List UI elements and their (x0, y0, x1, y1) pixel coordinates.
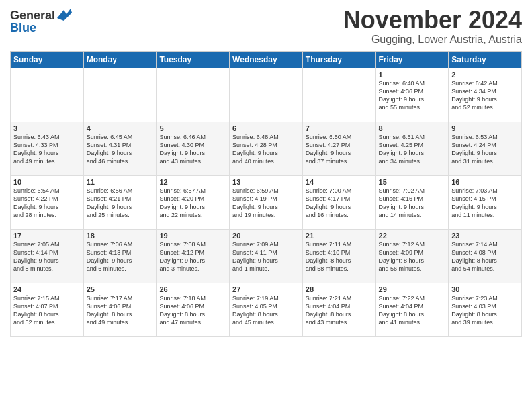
day-info: Sunrise: 7:03 AM Sunset: 4:15 PM Dayligh… (451, 187, 519, 220)
day-info: Sunrise: 6:43 AM Sunset: 4:33 PM Dayligh… (13, 133, 81, 166)
day-info: Sunrise: 7:12 AM Sunset: 4:09 PM Dayligh… (379, 240, 446, 273)
day-info: Sunrise: 7:23 AM Sunset: 4:03 PM Dayligh… (451, 294, 519, 327)
day-number: 5 (159, 124, 226, 132)
calendar-cell: 3Sunrise: 6:43 AM Sunset: 4:33 PM Daylig… (11, 122, 84, 175)
day-info: Sunrise: 7:08 AM Sunset: 4:12 PM Dayligh… (159, 240, 226, 273)
calendar-cell: 19Sunrise: 7:08 AM Sunset: 4:12 PM Dayli… (157, 229, 230, 283)
day-number: 29 (379, 285, 446, 293)
calendar-cell: 23Sunrise: 7:14 AM Sunset: 4:08 PM Dayli… (449, 229, 522, 283)
day-number: 19 (159, 232, 226, 240)
day-info: Sunrise: 7:18 AM Sunset: 4:06 PM Dayligh… (159, 294, 226, 327)
calendar-header-row: Sunday Monday Tuesday Wednesday Thursday… (11, 51, 522, 68)
day-number: 10 (13, 178, 81, 186)
logo: General Blue (10, 9, 72, 34)
day-info: Sunrise: 7:02 AM Sunset: 4:16 PM Dayligh… (379, 187, 446, 220)
calendar-cell: 21Sunrise: 7:11 AM Sunset: 4:10 PM Dayli… (302, 229, 375, 283)
location-title: Gugging, Lower Austria, Austria (343, 34, 522, 46)
day-number: 25 (87, 285, 154, 293)
day-number: 21 (306, 232, 373, 240)
calendar-cell: 4Sunrise: 6:45 AM Sunset: 4:31 PM Daylig… (83, 122, 157, 175)
calendar-cell: 9Sunrise: 6:53 AM Sunset: 4:24 PM Daylig… (449, 122, 522, 175)
day-info: Sunrise: 7:14 AM Sunset: 4:08 PM Dayligh… (451, 240, 519, 273)
calendar-cell (230, 68, 303, 122)
calendar-cell: 5Sunrise: 6:46 AM Sunset: 4:30 PM Daylig… (157, 122, 230, 175)
calendar-week-row: 17Sunrise: 7:05 AM Sunset: 4:14 PM Dayli… (11, 229, 522, 283)
calendar-cell (302, 68, 375, 122)
day-number: 17 (13, 232, 81, 240)
day-info: Sunrise: 6:54 AM Sunset: 4:22 PM Dayligh… (13, 187, 81, 220)
header-thursday: Thursday (302, 51, 375, 68)
calendar-cell: 15Sunrise: 7:02 AM Sunset: 4:16 PM Dayli… (375, 175, 449, 229)
day-number: 30 (451, 285, 519, 293)
calendar-cell (157, 68, 230, 122)
day-info: Sunrise: 7:11 AM Sunset: 4:10 PM Dayligh… (306, 240, 373, 273)
header-sunday: Sunday (11, 51, 84, 68)
day-number: 14 (306, 178, 373, 186)
title-area: November 2024 Gugging, Lower Austria, Au… (343, 7, 522, 46)
calendar-cell: 24Sunrise: 7:15 AM Sunset: 4:07 PM Dayli… (11, 283, 84, 336)
logo-general-text: General (10, 9, 55, 21)
calendar-cell: 25Sunrise: 7:17 AM Sunset: 4:06 PM Dayli… (83, 283, 157, 336)
day-number: 26 (159, 285, 226, 293)
day-number: 8 (379, 124, 446, 132)
calendar-cell: 10Sunrise: 6:54 AM Sunset: 4:22 PM Dayli… (11, 175, 84, 229)
day-number: 23 (451, 232, 519, 240)
day-number: 13 (232, 178, 300, 186)
day-info: Sunrise: 7:21 AM Sunset: 4:04 PM Dayligh… (306, 294, 373, 327)
header-tuesday: Tuesday (157, 51, 230, 68)
day-info: Sunrise: 7:09 AM Sunset: 4:11 PM Dayligh… (232, 240, 300, 273)
calendar-cell: 1Sunrise: 6:40 AM Sunset: 4:36 PM Daylig… (375, 68, 449, 122)
calendar-cell: 30Sunrise: 7:23 AM Sunset: 4:03 PM Dayli… (449, 283, 522, 336)
day-number: 15 (379, 178, 446, 186)
day-info: Sunrise: 6:53 AM Sunset: 4:24 PM Dayligh… (451, 133, 519, 166)
day-number: 20 (232, 232, 300, 240)
day-info: Sunrise: 6:45 AM Sunset: 4:31 PM Dayligh… (87, 133, 154, 166)
day-number: 24 (13, 285, 81, 293)
logo-blue-text: Blue (10, 21, 36, 34)
calendar-cell: 16Sunrise: 7:03 AM Sunset: 4:15 PM Dayli… (449, 175, 522, 229)
calendar-cell: 17Sunrise: 7:05 AM Sunset: 4:14 PM Dayli… (11, 229, 84, 283)
day-number: 18 (87, 232, 154, 240)
day-number: 2 (451, 71, 519, 79)
calendar-cell: 13Sunrise: 6:59 AM Sunset: 4:19 PM Dayli… (230, 175, 303, 229)
day-number: 27 (232, 285, 300, 293)
calendar-cell: 14Sunrise: 7:00 AM Sunset: 4:17 PM Dayli… (302, 175, 375, 229)
day-info: Sunrise: 7:05 AM Sunset: 4:14 PM Dayligh… (13, 240, 81, 273)
day-number: 6 (232, 124, 300, 132)
calendar-cell: 7Sunrise: 6:50 AM Sunset: 4:27 PM Daylig… (302, 122, 375, 175)
day-info: Sunrise: 6:56 AM Sunset: 4:21 PM Dayligh… (87, 187, 154, 220)
day-info: Sunrise: 7:17 AM Sunset: 4:06 PM Dayligh… (87, 294, 154, 327)
calendar-cell: 12Sunrise: 6:57 AM Sunset: 4:20 PM Dayli… (157, 175, 230, 229)
day-info: Sunrise: 6:59 AM Sunset: 4:19 PM Dayligh… (232, 187, 300, 220)
calendar-cell: 11Sunrise: 6:56 AM Sunset: 4:21 PM Dayli… (83, 175, 157, 229)
calendar-cell: 22Sunrise: 7:12 AM Sunset: 4:09 PM Dayli… (375, 229, 449, 283)
calendar-cell: 8Sunrise: 6:51 AM Sunset: 4:25 PM Daylig… (375, 122, 449, 175)
svg-marker-0 (57, 9, 72, 21)
calendar-cell: 27Sunrise: 7:19 AM Sunset: 4:05 PM Dayli… (230, 283, 303, 336)
day-info: Sunrise: 6:48 AM Sunset: 4:28 PM Dayligh… (232, 133, 300, 166)
day-number: 3 (13, 124, 81, 132)
day-info: Sunrise: 6:51 AM Sunset: 4:25 PM Dayligh… (379, 133, 446, 166)
calendar-cell: 18Sunrise: 7:06 AM Sunset: 4:13 PM Dayli… (83, 229, 157, 283)
calendar-week-row: 3Sunrise: 6:43 AM Sunset: 4:33 PM Daylig… (11, 122, 522, 175)
day-info: Sunrise: 6:46 AM Sunset: 4:30 PM Dayligh… (159, 133, 226, 166)
day-info: Sunrise: 7:00 AM Sunset: 4:17 PM Dayligh… (306, 187, 373, 220)
calendar-table: Sunday Monday Tuesday Wednesday Thursday… (10, 51, 522, 337)
day-info: Sunrise: 7:15 AM Sunset: 4:07 PM Dayligh… (13, 294, 81, 327)
calendar-cell: 20Sunrise: 7:09 AM Sunset: 4:11 PM Dayli… (230, 229, 303, 283)
calendar-cell: 29Sunrise: 7:22 AM Sunset: 4:04 PM Dayli… (375, 283, 449, 336)
day-number: 12 (159, 178, 226, 186)
day-number: 11 (87, 178, 154, 186)
calendar-week-row: 1Sunrise: 6:40 AM Sunset: 4:36 PM Daylig… (11, 68, 522, 122)
day-info: Sunrise: 7:22 AM Sunset: 4:04 PM Dayligh… (379, 294, 446, 327)
header-friday: Friday (375, 51, 449, 68)
calendar-week-row: 24Sunrise: 7:15 AM Sunset: 4:07 PM Dayli… (11, 283, 522, 336)
calendar-cell: 28Sunrise: 7:21 AM Sunset: 4:04 PM Dayli… (302, 283, 375, 336)
calendar-cell (83, 68, 157, 122)
calendar-cell: 26Sunrise: 7:18 AM Sunset: 4:06 PM Dayli… (157, 283, 230, 336)
day-info: Sunrise: 6:42 AM Sunset: 4:34 PM Dayligh… (451, 79, 519, 112)
header-wednesday: Wednesday (230, 51, 303, 68)
day-number: 16 (451, 178, 519, 186)
day-number: 1 (379, 71, 446, 79)
header-area: General Blue November 2024 Gugging, Lowe… (10, 7, 522, 46)
